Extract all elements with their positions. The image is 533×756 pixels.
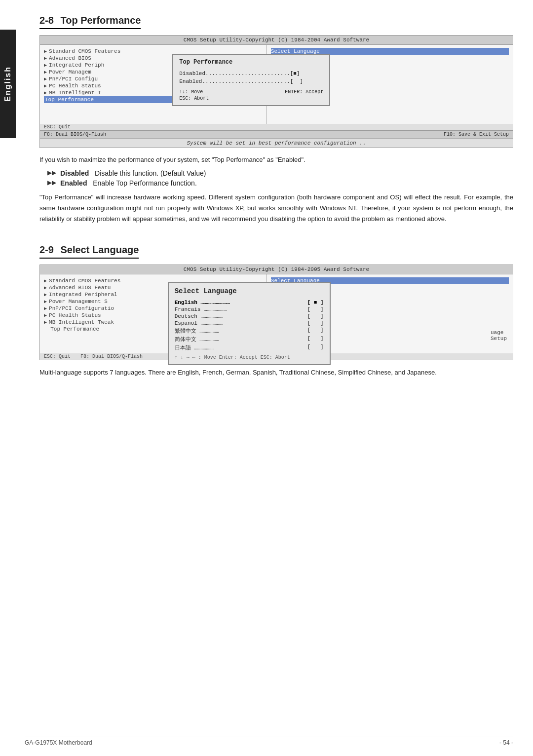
bullet-arrow-2: ▶▶ [47, 179, 56, 187]
lang-option-trad-chinese: 繁體中文 ……………… [ ] [175, 327, 324, 335]
desc-paragraph-2: Multi-language supports 7 languages. The… [39, 367, 513, 378]
esc-quit-2: ESC: Quit [44, 354, 71, 359]
dialog-esc-abort: ESC: Abort [179, 96, 323, 101]
bullet-enabled: ▶▶ Enabled Enable Top Performance functi… [39, 179, 513, 187]
f10-label-1: F10: Save & Exit Setup [444, 132, 509, 137]
bullet-enabled-text: Enable Top Performance function. [93, 179, 197, 187]
esc-quit-1: ESC: Quit [44, 124, 71, 130]
lang-option-deutsch: Deutsch ………………… [ ] [175, 313, 324, 320]
bullet-enabled-label: Enabled [60, 179, 87, 187]
desc-paragraph-1: "Top Performance" will increase hardware… [39, 192, 513, 225]
lang-option-francais: Francais ………………… [ ] [175, 306, 324, 313]
footer-right: - 54 - [499, 739, 513, 746]
lang-option-simp-chinese: 简体中文 ……………… [ ] [175, 335, 324, 343]
top-performance-dialog: Top Performance Disabled................… [172, 54, 330, 106]
bullet-arrow-1: ▶▶ [47, 169, 56, 177]
right-uage: uage [491, 330, 507, 336]
bios2-right-partial: uage Setup [491, 330, 507, 341]
section-29: 2-9 Select Language CMOS Setup Utility-C… [39, 244, 513, 378]
bios-bottom-bar-1: F8: Dual BIOS/Q-Flash F10: Save & Exit S… [40, 130, 513, 138]
bios-title-bar-1: CMOS Setup Utility-Copyright (C) 1984-20… [40, 36, 513, 45]
dialog-footer-1: ↑↓: Move ENTER: Accept [179, 89, 323, 95]
dialog-title-1: Top Performance [179, 59, 323, 66]
bios-title-bar-2: CMOS Setup Utility-Copyright (C) 1984-20… [40, 265, 513, 274]
side-tab: English [0, 30, 16, 138]
dialog-move-label: ↑↓: Move [179, 89, 203, 95]
page-footer: GA-G1975X Motherboard - 54 - [25, 736, 513, 746]
bios-content-2: ▶ Standard CMOS Features ▶ Advanced BIOS… [40, 274, 513, 353]
f8-label-1: F8: Dual BIOS/Q-Flash [44, 132, 106, 137]
dialog-lang-footer: ↑ ↓ → ← : Move Enter: Accept ESC: Abort [175, 355, 324, 360]
dialog-option-disabled: Disabled..........................[■] [179, 70, 323, 77]
desc-text-1: If you wish to maximize the performance … [39, 155, 513, 165]
bios-screenshot-1: CMOS Setup Utility-Copyright (C) 1984-20… [39, 35, 513, 148]
lang-option-espanol: Espanol ………………… [ ] [175, 320, 324, 327]
right-setup: Setup [491, 336, 507, 341]
lang-option-english: English ……………………… [ ■ ] [175, 299, 324, 306]
bios-esc-line-1: ESC: Quit [40, 124, 513, 130]
footer-left: GA-G1975X Motherboard [25, 739, 92, 746]
dialog-lang-title: Select Language [175, 287, 324, 295]
bullet-disabled-label: Disabled [60, 169, 89, 177]
lang-option-japanese: 日本語 ……………… [ ] [175, 343, 324, 352]
section-29-heading: 2-9 Select Language [39, 244, 139, 259]
side-tab-label: English [3, 66, 12, 102]
bullet-disabled-text: Disable this function. (Default Value) [95, 169, 206, 177]
bullet-disabled: ▶▶ Disabled Disable this function. (Defa… [39, 169, 513, 177]
bios-content-1: ▶ Standard CMOS Features ▶ Advanced BIOS… [40, 45, 513, 124]
f8-label-2: F8: Dual BIOS/Q-Flash [80, 354, 143, 359]
dialog-enter-label: ENTER: Accept [285, 89, 323, 95]
select-language-dialog: Select Language English ……………………… [ ■ ] … [168, 282, 331, 365]
bios-screenshot-2: CMOS Setup Utility-Copyright (C) 1984-20… [39, 265, 513, 360]
section-28-heading: 2-8 Top Performance [39, 15, 141, 29]
section-28: 2-8 Top Performance CMOS Setup Utility-C… [39, 15, 513, 225]
dialog-option-enabled: Enabled...........................[ ] [179, 77, 323, 85]
bios-status-bar-1: System will be set in best performance c… [40, 138, 513, 148]
